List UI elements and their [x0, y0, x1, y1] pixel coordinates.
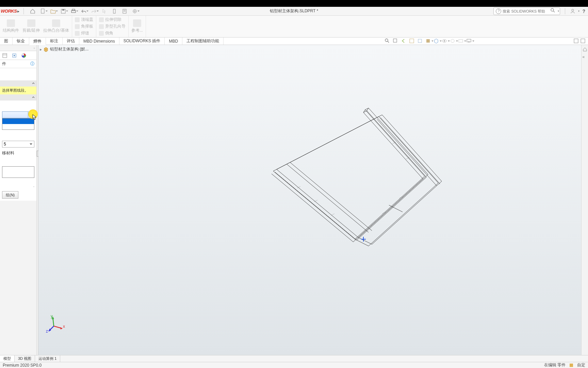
section-toggle-1[interactable] — [0, 80, 36, 87]
collapse-right-icon[interactable] — [581, 39, 587, 45]
help-search-box[interactable]: ? ▾ — [493, 7, 560, 15]
graphics-viewport[interactable]: ▸ 铝型材主体架构 (默... — [38, 45, 581, 355]
svg-line-54 — [275, 172, 357, 240]
doc-props-icon[interactable] — [122, 9, 127, 14]
section-toggle-2[interactable] — [0, 94, 36, 101]
task-expand-icon[interactable]: « — [583, 55, 587, 59]
new-group-button[interactable]: 组(N) — [2, 191, 18, 199]
zoom-area-icon[interactable] — [393, 38, 399, 44]
svg-line-56 — [290, 163, 372, 231]
svg-line-48 — [357, 177, 426, 240]
custom-label: 自定 — [577, 362, 585, 368]
tab-sw-addins[interactable]: SOLIDWORKS 插件 — [119, 37, 165, 45]
svg-line-36 — [367, 111, 426, 177]
tab-annotation[interactable]: 标注 — [46, 37, 63, 45]
hide-show-icon[interactable] — [442, 38, 448, 44]
gusset-button: 角撑板 — [75, 24, 93, 30]
svg-line-60 — [358, 237, 372, 244]
tree-expand-icon[interactable]: ▸ — [40, 47, 42, 52]
panel-help-icon[interactable]: ⓘ — [30, 61, 34, 67]
property-manager-tab[interactable] — [11, 52, 18, 59]
tab-weldments[interactable]: 焊件 — [29, 37, 46, 45]
tab-mbd-dimensions[interactable]: MBD Dimensions — [79, 37, 119, 45]
section-view-icon[interactable] — [409, 38, 415, 44]
new-doc-icon[interactable] — [40, 9, 46, 14]
solidworks-logo: WORKS — [1, 9, 17, 14]
extruded-cut-button: 拉伸切除 — [99, 17, 126, 23]
svg-line-50 — [372, 181, 442, 244]
dynamic-annot-icon[interactable] — [417, 38, 423, 44]
display-style-icon[interactable] — [434, 38, 440, 44]
orientation-triad[interactable]: x y z — [45, 314, 66, 335]
dropdown-list-open[interactable] — [2, 118, 34, 130]
motion-study-tab[interactable]: 运动算例 1 — [35, 355, 60, 362]
svg-rect-2 — [62, 9, 64, 11]
dropdown-item[interactable] — [2, 124, 34, 129]
svg-point-10 — [134, 11, 135, 12]
appearance-icon[interactable] — [450, 38, 456, 44]
part-icon — [43, 47, 49, 52]
model-tab[interactable]: 模型 — [0, 355, 15, 362]
groups-listbox[interactable] — [2, 166, 34, 178]
print-icon[interactable] — [71, 9, 76, 14]
tab-sketch[interactable]: 图 — [0, 37, 13, 45]
tab-drawing-aux[interactable]: 工程制图辅助功能 — [182, 37, 224, 45]
panel-title: 件 ⓘ — [0, 60, 36, 68]
transfer-material-checkbox[interactable]: 移材料 — [2, 150, 34, 156]
panel-pin-icon[interactable]: ◦ — [34, 46, 35, 50]
trim-extend-button: 剪裁/延伸 — [22, 19, 40, 33]
help-question-icon[interactable]: ? — [582, 9, 585, 14]
hint-text: 选择草图线段。 — [0, 87, 36, 94]
flyout-root-label: 铝型材主体架构 (默... — [50, 46, 88, 52]
svg-point-14 — [385, 39, 388, 42]
svg-point-21 — [444, 40, 445, 42]
zoom-fit-icon[interactable] — [385, 38, 391, 44]
save-icon[interactable] — [61, 9, 66, 14]
svg-rect-3 — [71, 11, 76, 13]
svg-marker-72 — [60, 327, 62, 329]
scene-icon[interactable] — [458, 38, 464, 44]
options-gear-icon[interactable] — [132, 9, 137, 14]
search-icon[interactable] — [550, 8, 557, 15]
extrude-boss-button: 拉伸凸台/基体 — [43, 19, 69, 33]
select-icon[interactable] — [101, 9, 107, 14]
svg-rect-16 — [393, 39, 397, 42]
tab-mbd[interactable]: MBD — [165, 37, 182, 45]
previous-view-icon[interactable] — [401, 38, 407, 44]
open-doc-icon[interactable] — [50, 9, 56, 14]
config-manager-tab[interactable] — [20, 52, 27, 59]
dropdown-item-selected[interactable] — [2, 119, 34, 124]
svg-point-9 — [133, 10, 136, 13]
svg-rect-24 — [467, 39, 471, 42]
type-dropdown[interactable]: 5 — [2, 141, 34, 148]
svg-line-58 — [277, 115, 382, 169]
menu-expand-arrow[interactable]: ▸ — [17, 9, 21, 14]
search-input[interactable] — [503, 9, 550, 13]
svg-rect-17 — [410, 39, 414, 43]
svg-line-33 — [365, 110, 425, 176]
redo-icon[interactable] — [91, 9, 97, 14]
svg-line-47 — [353, 179, 423, 242]
tab-sheetmetal[interactable]: 钣金 — [13, 37, 29, 45]
tab-evaluate[interactable]: 评估 — [63, 37, 79, 45]
task-home-icon[interactable] — [583, 47, 587, 52]
status-bar: Premium 2020 SP0.0 在编辑 零件 自定 — [0, 362, 588, 368]
view-orient-icon[interactable] — [425, 38, 431, 44]
viewport-screen-icon[interactable] — [466, 38, 472, 44]
flyout-feature-tree[interactable]: ▸ 铝型材主体架构 (默... — [40, 46, 88, 52]
feature-manager-tab[interactable] — [1, 52, 8, 59]
home-icon[interactable] — [30, 9, 35, 14]
3d-view-tab[interactable]: 3D 视图 — [15, 355, 35, 362]
property-manager-panel: ◦ 件 ⓘ 选择草图线段。 — [0, 45, 37, 355]
model-tab-bar: 模型 3D 视图 运动算例 1 — [0, 355, 588, 362]
svg-line-53 — [272, 174, 353, 242]
svg-rect-5 — [113, 9, 115, 13]
model-geometry[interactable] — [229, 103, 467, 273]
user-icon[interactable] — [570, 9, 575, 14]
rebuild-icon[interactable] — [112, 9, 117, 14]
reference-button: 参考... — [131, 19, 143, 33]
undo-icon[interactable] — [81, 9, 86, 14]
mouse-cursor-icon — [32, 114, 37, 120]
expand-right-icon[interactable] — [574, 39, 580, 45]
svg-text:z: z — [46, 329, 48, 334]
